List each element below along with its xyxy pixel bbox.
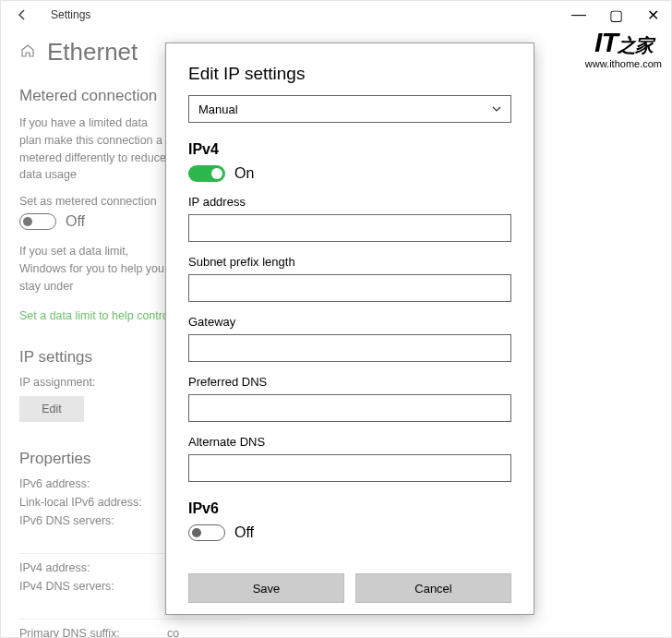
alternate-dns-label: Alternate DNS: [188, 435, 511, 449]
ipv4-toggle-state: On: [234, 165, 254, 182]
page-title: Ethernet: [47, 38, 138, 66]
edit-ip-settings-dialog: Edit IP settings Manual IPv4 On IP addre…: [165, 42, 534, 615]
chevron-down-icon: [492, 102, 501, 116]
window-controls: — ▢ ✕: [560, 1, 671, 29]
ipv4-toggle[interactable]: On: [188, 165, 511, 182]
metered-description: If you have a limited data plan make thi…: [19, 114, 167, 184]
ip-mode-select[interactable]: Manual: [188, 95, 511, 123]
alternate-dns-input[interactable]: [188, 454, 511, 482]
subnet-prefix-label: Subnet prefix length: [188, 255, 511, 269]
back-button[interactable]: [16, 8, 29, 21]
cancel-button[interactable]: Cancel: [355, 573, 511, 603]
ipv6-heading: IPv6: [188, 500, 511, 517]
metered-note: If you set a data limit, Windows for you…: [19, 243, 167, 295]
edit-button[interactable]: Edit: [19, 396, 84, 422]
save-button[interactable]: Save: [188, 573, 344, 603]
ipv4-heading: IPv4: [188, 141, 511, 158]
preferred-dns-label: Preferred DNS: [188, 375, 511, 389]
metered-toggle-state: Off: [66, 213, 85, 230]
preferred-dns-input[interactable]: [188, 394, 511, 422]
home-icon[interactable]: [19, 42, 36, 63]
ip-assignment-label: IP assignment:: [19, 376, 167, 389]
watermark-url: www.ithome.com: [585, 58, 662, 69]
minimize-button[interactable]: —: [560, 1, 597, 29]
subnet-prefix-input[interactable]: [188, 274, 511, 302]
titlebar-title: Settings: [51, 8, 90, 21]
ip-mode-value: Manual: [198, 102, 238, 116]
close-button[interactable]: ✕: [634, 1, 671, 29]
gateway-label: Gateway: [188, 315, 511, 329]
ip-address-label: IP address: [188, 195, 511, 209]
property-row: Primary DNS suffix:co: [19, 627, 653, 638]
maximize-button[interactable]: ▢: [597, 1, 634, 29]
watermark: IT之家 www.ithome.com: [585, 27, 662, 69]
gateway-input[interactable]: [188, 334, 511, 362]
ipv6-toggle[interactable]: Off: [188, 524, 511, 541]
ipv6-toggle-state: Off: [234, 524, 254, 541]
divider: [19, 619, 241, 620]
dialog-title: Edit IP settings: [188, 64, 511, 84]
ip-address-input[interactable]: [188, 214, 511, 242]
